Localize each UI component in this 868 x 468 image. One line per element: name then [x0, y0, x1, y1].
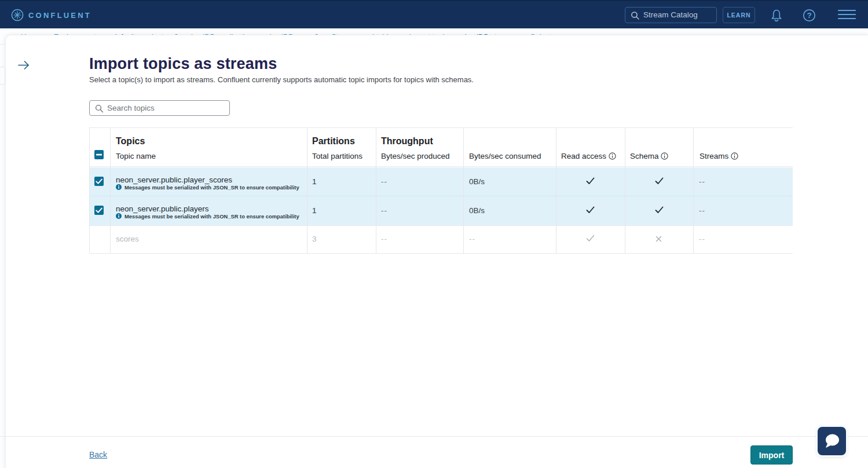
svg-text:?: ?: [807, 11, 811, 20]
